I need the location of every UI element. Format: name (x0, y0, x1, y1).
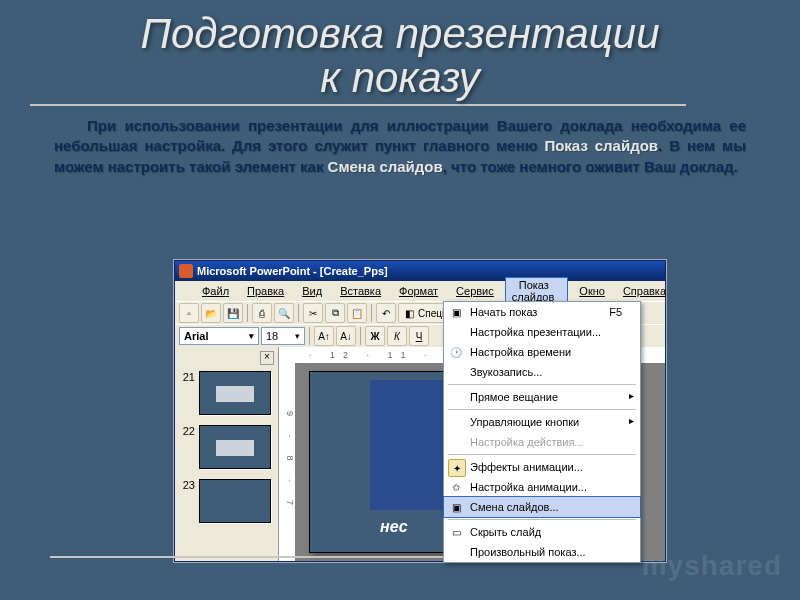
increase-font-icon[interactable]: A↑ (314, 326, 334, 346)
thumb-number: 23 (179, 479, 195, 491)
transition-icon: ▣ (448, 499, 464, 515)
menu-item-animation-effects[interactable]: ✦ Эффекты анимации... (444, 457, 640, 477)
font-size-selector[interactable]: 18▾ (261, 327, 305, 345)
menu-item-start-show[interactable]: ▣ Начать показ F5 (444, 302, 640, 322)
menu-item-record[interactable]: Звукозапись... (444, 362, 640, 382)
copy-icon[interactable]: ⧉ (325, 303, 345, 323)
italic-icon[interactable]: К (387, 326, 407, 346)
shortcut-label: F5 (609, 306, 622, 318)
keyword-slideshow: Показ слайдов (544, 137, 658, 154)
menu-edit[interactable]: Правка (240, 283, 291, 299)
title-line2: к показу (320, 54, 480, 101)
thumb-row[interactable]: 22 (179, 425, 274, 469)
save-icon[interactable]: 💾 (223, 303, 243, 323)
cut-icon[interactable]: ✂ (303, 303, 323, 323)
slide-thumb[interactable] (199, 425, 271, 469)
clock-icon: 🕑 (448, 344, 464, 360)
play-icon: ▣ (448, 304, 464, 320)
menu-file[interactable]: Файл (195, 283, 236, 299)
menu-item-custom-show[interactable]: Произвольный показ... (444, 542, 640, 562)
slide-thumb[interactable] (199, 479, 271, 523)
slide-title: Подготовка презентации к показу (0, 0, 800, 104)
thumb-row[interactable]: 23 (179, 479, 274, 523)
chevron-down-icon: ▾ (295, 331, 300, 341)
menu-item-broadcast[interactable]: Прямое вещание (444, 387, 640, 407)
bold-icon[interactable]: Ж (365, 326, 385, 346)
slide-text: нес (380, 518, 408, 536)
underline-icon[interactable]: Ч (409, 326, 429, 346)
menu-item-custom-animation[interactable]: ✩ Настройка анимации... (444, 477, 640, 497)
menu-item-rehearse[interactable]: 🕑 Настройка времени (444, 342, 640, 362)
chevron-down-icon: ▾ (249, 331, 254, 341)
new-icon[interactable]: ▫ (179, 303, 199, 323)
title-line1: Подготовка презентации (141, 10, 660, 57)
print-icon[interactable]: ⎙ (252, 303, 272, 323)
thumbnail-pane: × 21 22 23 (175, 347, 279, 561)
open-icon[interactable]: 📂 (201, 303, 221, 323)
thumb-number: 21 (179, 371, 195, 383)
font-selector[interactable]: Arial▾ (179, 327, 259, 345)
menu-item-setup-show[interactable]: Настройка презентации... (444, 322, 640, 342)
watermark: myshared (642, 550, 782, 582)
menu-separator (448, 409, 636, 410)
effects-icon: ✦ (448, 459, 466, 477)
star-icon: ✩ (448, 479, 464, 495)
hide-icon: ▭ (448, 524, 464, 540)
body-text: При использовании презентации для иллюст… (54, 116, 746, 177)
menu-item-action-settings: Настройка действия... (444, 432, 640, 452)
menu-bar: Файл Правка Вид Вставка Формат Сервис По… (175, 281, 665, 301)
close-pane-icon[interactable]: × (260, 351, 274, 365)
powerpoint-window: Microsoft PowerPoint - [Create_Pps] Файл… (174, 260, 666, 562)
menu-window[interactable]: Окно (572, 283, 612, 299)
ruler-vertical: 9 · 8 · 7 (279, 363, 295, 561)
paste-icon[interactable]: 📋 (347, 303, 367, 323)
menu-help[interactable]: Справка (616, 283, 673, 299)
decrease-font-icon[interactable]: A↓ (336, 326, 356, 346)
title-rule (30, 104, 686, 106)
menu-item-action-buttons[interactable]: Управляющие кнопки (444, 412, 640, 432)
thumb-row[interactable]: 21 (179, 371, 274, 415)
menu-format[interactable]: Формат (392, 283, 445, 299)
undo-icon[interactable]: ↶ (376, 303, 396, 323)
menu-separator (448, 384, 636, 385)
thumb-number: 22 (179, 425, 195, 437)
menu-insert[interactable]: Вставка (333, 283, 388, 299)
menu-item-slide-transition[interactable]: ▣ Смена слайдов... (443, 496, 641, 518)
menu-tools[interactable]: Сервис (449, 283, 501, 299)
window-title: Microsoft PowerPoint - [Create_Pps] (197, 265, 388, 277)
powerpoint-icon (179, 264, 193, 278)
preview-icon[interactable]: 🔍 (274, 303, 294, 323)
menu-separator (448, 519, 636, 520)
menu-item-hide-slide[interactable]: ▭ Скрыть слайд (444, 522, 640, 542)
menu-separator (448, 454, 636, 455)
menu-view[interactable]: Вид (295, 283, 329, 299)
keyword-transition: Смена слайдов (328, 158, 443, 175)
window-titlebar: Microsoft PowerPoint - [Create_Pps] (175, 261, 665, 281)
body-post: , что тоже немного оживит Ваш доклад. (443, 158, 738, 175)
slide-thumb[interactable] (199, 371, 271, 415)
slideshow-menu: ▣ Начать показ F5 Настройка презентации.… (443, 301, 641, 563)
